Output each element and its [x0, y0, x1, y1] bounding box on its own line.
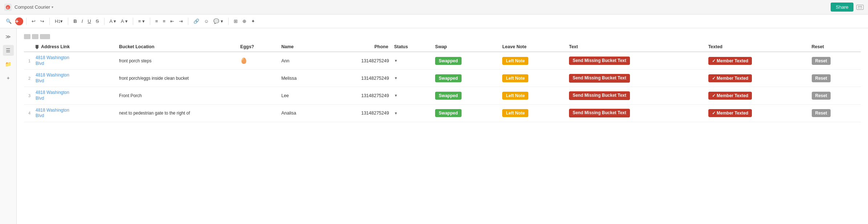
col-bucket: Bucket Location [116, 42, 237, 52]
sidebar-add-icon[interactable]: + [3, 72, 14, 83]
more1-button[interactable]: ⊕ [240, 17, 249, 25]
align-button[interactable]: ≡ ▾ [136, 17, 147, 25]
heading-button[interactable]: H1 ▾ [53, 17, 65, 25]
table-row: 3 4818 WashingtonBlvd Front Porch Lee 13… [24, 87, 861, 104]
highlight-button[interactable]: A ▾ [119, 17, 130, 25]
send-text-button[interactable]: Send Missing Bucket Text [569, 109, 630, 117]
separator-1 [26, 18, 26, 25]
status-dropdown-arrow[interactable]: ▼ [394, 94, 398, 98]
main-table: Address Link Bucket Location Eggs? Name … [24, 42, 861, 122]
comment-button[interactable]: 💬 ▾ [211, 17, 225, 25]
leave-note-cell: Left Note [499, 52, 566, 70]
status-dropdown-arrow[interactable]: ▼ [394, 111, 398, 115]
table-row: 2 4818 WashingtonBlvd front porch/eggs i… [24, 70, 861, 87]
chevron-down-icon[interactable]: ▾ [52, 5, 53, 9]
row-num: 3 [24, 87, 33, 104]
heading-group: H1 ▾ [53, 17, 65, 25]
app-title: Compost Courier ▾ [15, 4, 53, 10]
left-note-button[interactable]: Left Note [502, 92, 528, 100]
left-note-button[interactable]: Left Note [502, 74, 528, 82]
format-group: B I U S [71, 17, 101, 25]
member-texted-button[interactable]: ✓ Member Texted [708, 57, 752, 65]
top-bar: C Compost Courier ▾ Share [0, 0, 868, 14]
table-button[interactable]: ⊞ [232, 17, 240, 25]
indent-more-button[interactable]: ⇥ [177, 17, 185, 25]
reset-button[interactable]: Reset [812, 92, 831, 100]
align-group: ≡ ▾ [136, 17, 147, 25]
bucket-cell: front porch/eggs inside clean bucket [116, 70, 237, 87]
history-group: ↩ ↪ [29, 17, 46, 25]
separator-5 [133, 18, 133, 25]
address-link[interactable]: 4818 WashingtonBlvd [36, 55, 69, 66]
row-num: 4 [24, 104, 33, 122]
strikethrough-button[interactable]: S [94, 17, 101, 25]
col-address: Address Link [33, 42, 116, 52]
reset-cell: Reset [809, 87, 861, 104]
swapped-badge[interactable]: Swapped [435, 92, 462, 100]
reset-button[interactable]: Reset [812, 109, 831, 117]
send-text-button[interactable]: Send Missing Bucket Text [569, 91, 630, 100]
swap-cell: Swapped [432, 70, 499, 87]
member-texted-button[interactable]: ✓ Member Texted [708, 109, 752, 117]
col-eggs: Eggs? [237, 42, 278, 52]
separator-6 [150, 18, 150, 25]
sidebar-folder-icon[interactable]: 📁 [3, 59, 14, 70]
indent-less-button[interactable]: ⇤ [168, 17, 176, 25]
link-button[interactable]: 🔗 [191, 17, 201, 25]
separator-2 [49, 18, 50, 25]
mini-btn-1[interactable] [24, 34, 30, 39]
search-button[interactable]: 🔍 [4, 17, 14, 25]
underline-button[interactable]: U [85, 17, 93, 25]
sidebar-expand-icon[interactable]: ≫ [3, 31, 14, 42]
main-content: Address Link Bucket Location Eggs? Name … [17, 28, 868, 224]
top-bar-left: C Compost Courier ▾ [4, 4, 53, 11]
reset-button[interactable]: Reset [812, 57, 831, 65]
status-cell: ▼ [391, 70, 432, 87]
separator-4 [104, 18, 105, 25]
bullet-list-button[interactable]: ≡ [153, 17, 160, 25]
member-texted-button[interactable]: ✓ Member Texted [708, 92, 752, 100]
left-note-button[interactable]: Left Note [502, 109, 528, 117]
member-texted-button[interactable]: ✓ Member Texted [708, 74, 752, 82]
swap-cell: Swapped [432, 104, 499, 122]
row-num: 1 [24, 52, 33, 70]
left-note-button[interactable]: Left Note [502, 57, 528, 65]
send-text-button[interactable]: Send Missing Bucket Text [569, 74, 630, 83]
redo-button[interactable]: ↪ [38, 17, 46, 25]
swapped-badge[interactable]: Swapped [435, 109, 462, 117]
texted-cell: ✓ Member Texted [705, 52, 809, 70]
address-link[interactable]: 4818 WashingtonBlvd [36, 90, 69, 101]
status-dropdown-arrow[interactable]: ▼ [394, 59, 398, 63]
col-num [24, 42, 33, 52]
bold-button[interactable]: B [71, 17, 79, 25]
reset-cell: Reset [809, 52, 861, 70]
list-group: ≡ ≡ ⇤ ⇥ [153, 17, 185, 25]
svg-rect-2 [858, 6, 862, 9]
sidebar-list-icon[interactable]: ☰ [3, 45, 14, 56]
address-link[interactable]: 4818 WashingtonBlvd [36, 108, 69, 119]
address-link[interactable]: 4818 WashingtonBlvd [36, 72, 69, 84]
phone-cell: 13148275249 [323, 104, 391, 122]
mini-btn-3[interactable] [40, 34, 50, 39]
status-dropdown-arrow[interactable]: ▼ [394, 76, 398, 80]
send-text-button[interactable]: Send Missing Bucket Text [569, 57, 630, 65]
app-logo: C [4, 4, 12, 11]
emoji-button[interactable]: ☺ [202, 17, 211, 25]
swapped-badge[interactable]: Swapped [435, 74, 462, 82]
more2-button[interactable]: ✦ [249, 17, 257, 25]
bucket-cell: next to pedestrian gate to the right of [116, 104, 237, 122]
italic-button[interactable]: I [79, 17, 85, 25]
window-control[interactable] [856, 5, 864, 10]
swapped-badge[interactable]: Swapped [435, 57, 462, 65]
phone-cell: 13148275249 [323, 87, 391, 104]
share-button[interactable]: Share [831, 3, 853, 12]
mini-btn-2[interactable] [32, 34, 38, 39]
texted-cell: ✓ Member Texted [705, 70, 809, 87]
font-color-button[interactable]: A ▾ [107, 17, 119, 25]
reset-button[interactable]: Reset [812, 74, 831, 82]
num-list-button[interactable]: ≡ [160, 17, 168, 25]
add-button[interactable]: + [15, 17, 23, 25]
sidebar: ≫ ☰ 📁 + [0, 28, 17, 224]
undo-button[interactable]: ↩ [29, 17, 38, 25]
svg-text:C: C [7, 6, 9, 9]
